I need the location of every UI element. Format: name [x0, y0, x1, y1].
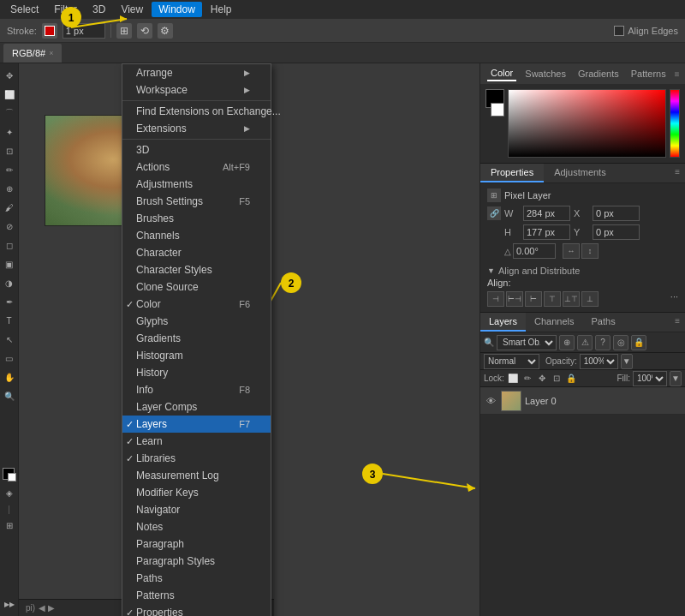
lock-transparency-icon[interactable]: ⬜ [507, 373, 519, 385]
fg-bg-colors[interactable] [1, 466, 18, 483]
patterns-tab[interactable]: Patterns [628, 67, 670, 81]
color-spectrum-slider[interactable] [670, 89, 680, 158]
align-bottom-icon[interactable]: ⊥ [581, 291, 599, 307]
layer-filter-btn-1[interactable]: ⊕ [559, 335, 575, 350]
align-section-chevron[interactable]: ▼ [487, 266, 495, 275]
menu-character[interactable]: Character [122, 244, 271, 261]
path-select-tool[interactable]: ↖ [1, 331, 18, 348]
angle-input[interactable] [513, 243, 556, 259]
magic-wand-tool[interactable]: ✦ [1, 123, 18, 141]
lock-all-icon[interactable]: 🔒 [565, 373, 577, 385]
align-left-icon[interactable]: ⊣ [487, 291, 504, 307]
channels-tab[interactable]: Channels [526, 313, 582, 332]
menu-adjustments[interactable]: Adjustments [122, 176, 271, 193]
gradient-tool[interactable]: ▣ [1, 255, 18, 272]
menu-paragraph-styles[interactable]: Paragraph Styles [122, 553, 271, 570]
flip-vertical-icon[interactable]: ↕ [581, 243, 599, 259]
menu-brushes[interactable]: Brushes [122, 210, 271, 227]
menu-extensions[interactable]: Extensions ▶ [122, 120, 271, 137]
menu-patterns[interactable]: Patterns [122, 587, 271, 604]
brush-tool[interactable]: 🖌 [1, 199, 18, 216]
more-button[interactable]: ··· [670, 291, 678, 307]
layers-tab[interactable]: Layers [480, 313, 526, 332]
menu-clone-source[interactable]: Clone Source [122, 278, 271, 296]
tab-close-icon[interactable]: × [49, 49, 53, 57]
menu-navigator[interactable]: Navigator [122, 501, 271, 518]
menu-filter[interactable]: Filter [47, 2, 84, 17]
lock-position-icon[interactable]: ✥ [536, 373, 548, 385]
zoom-tool[interactable]: 🔍 [1, 387, 18, 404]
menu-measurement-log[interactable]: Measurement Log [122, 467, 271, 484]
align-center-h-icon[interactable]: ⊢⊣ [506, 291, 523, 307]
blend-mode-select[interactable]: Normal [484, 354, 539, 369]
menu-window[interactable]: Window [152, 2, 202, 17]
heal-tool[interactable]: ⊕ [1, 180, 18, 197]
lasso-tool[interactable]: ⌒ [1, 105, 18, 122]
menu-properties[interactable]: ✓ Properties [122, 604, 271, 616]
stroke-color-swatch[interactable] [42, 23, 57, 39]
menu-view[interactable]: View [114, 2, 150, 17]
layer-visibility-icon[interactable]: 👁 [484, 396, 497, 406]
color-tab[interactable]: Color [487, 66, 516, 81]
layer-filter-btn-3[interactable]: ? [595, 335, 611, 350]
menu-workspace[interactable]: Workspace ▶ [122, 81, 271, 99]
layer-filter-btn-5[interactable]: 🔒 [631, 335, 646, 350]
expand-toolbar[interactable]: ▶▶ [1, 595, 18, 613]
menu-actions[interactable]: Actions Alt+F9 [122, 158, 271, 176]
paths-tab[interactable]: Paths [583, 313, 624, 332]
shape-tool[interactable]: ▭ [1, 350, 18, 367]
opacity-options-btn[interactable]: ▼ [621, 354, 633, 369]
layer-filter-btn-4[interactable]: ◎ [613, 335, 628, 350]
layer-filter-btn-2[interactable]: ⚠ [577, 335, 593, 350]
properties-panel-menu-icon[interactable]: ≡ [670, 164, 685, 182]
properties-tab[interactable]: Properties [480, 164, 544, 182]
menu-help[interactable]: Help [204, 2, 239, 17]
menu-channels[interactable]: Channels [122, 227, 271, 244]
layer-0-row[interactable]: 👁 Layer 0 [480, 387, 685, 415]
menu-history[interactable]: History [122, 364, 271, 381]
x-input[interactable] [593, 206, 640, 221]
background-color-box[interactable] [491, 103, 504, 117]
gradients-tab[interactable]: Gradients [575, 67, 622, 81]
link-icon[interactable]: 🔗 [487, 206, 501, 220]
menu-3d[interactable]: 3D [122, 141, 271, 158]
swatches-tab[interactable]: Swatches [521, 67, 569, 81]
menu-modifier-keys[interactable]: Modifier Keys [122, 484, 271, 501]
layer-filter-select[interactable]: Smart Ob... [497, 335, 557, 350]
layers-panel-menu-icon[interactable]: ≡ [670, 313, 685, 332]
menu-glyphs[interactable]: Glyphs [122, 313, 271, 330]
align-right-icon[interactable]: ⊢ [525, 291, 542, 307]
menu-find-extensions[interactable]: Find Extensions on Exchange... [122, 103, 271, 120]
flip-horizontal-icon[interactable]: ↔ [563, 243, 580, 259]
align-center-v-icon[interactable]: ⊥⊤ [563, 291, 580, 307]
y-input[interactable] [593, 224, 640, 240]
menu-brush-settings[interactable]: Brush Settings F5 [122, 193, 271, 210]
menu-info[interactable]: Info F8 [122, 381, 271, 398]
type-tool[interactable]: T [1, 312, 18, 329]
pen-tool[interactable]: ✒ [1, 293, 18, 310]
align-edges-checkbox[interactable] [614, 26, 624, 36]
crop-tool[interactable]: ⊡ [1, 142, 18, 159]
color-panel-menu-icon[interactable]: ≡ [675, 69, 680, 79]
eraser-tool[interactable]: ◻ [1, 236, 18, 254]
opacity-select[interactable]: 100% [580, 354, 618, 369]
menu-arrange[interactable]: Arrange ▶ [122, 64, 271, 81]
menu-gradients[interactable]: Gradients [122, 330, 271, 347]
menu-paragraph[interactable]: Paragraph [122, 535, 271, 553]
fill-options-btn[interactable]: ▼ [670, 371, 682, 386]
menu-character-styles[interactable]: Character Styles [122, 261, 271, 278]
stroke-value-input[interactable]: 1 px [63, 23, 105, 39]
menu-histogram[interactable]: Histogram [122, 347, 271, 364]
menu-select[interactable]: Select [3, 2, 45, 17]
screen-mode[interactable]: ⊞ [1, 517, 18, 535]
quick-mask[interactable]: ◈ [1, 485, 18, 502]
menu-libraries[interactable]: ✓ Libraries [122, 450, 271, 467]
fill-select[interactable]: 100% [633, 371, 667, 386]
clone-tool[interactable]: ⊘ [1, 218, 18, 235]
move-tool[interactable]: ✥ [1, 67, 18, 84]
width-input[interactable] [523, 206, 570, 221]
status-arrow[interactable]: ◀ ▶ [39, 603, 55, 613]
color-gradient-picker[interactable] [508, 89, 666, 158]
adjustments-tab[interactable]: Adjustments [544, 164, 616, 182]
menu-learn[interactable]: ✓ Learn [122, 433, 271, 450]
